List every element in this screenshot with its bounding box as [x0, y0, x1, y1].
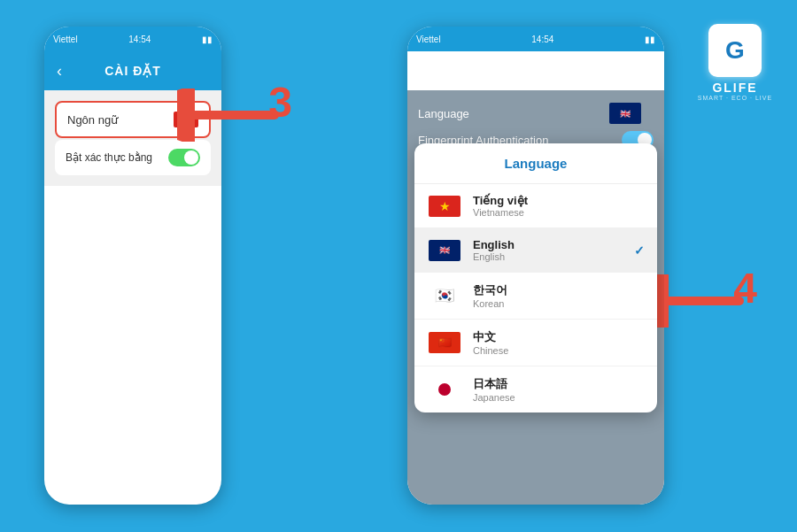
lang-option-ja[interactable]: 日本語 Japanese — [414, 366, 657, 412]
lang-text-en: English English — [473, 238, 515, 262]
lang-option-en[interactable]: 🇬🇧 English English ✓ — [414, 228, 657, 273]
left-header-title: CÀI ĐẶT — [104, 64, 161, 78]
arrow-3-container: 3 — [177, 89, 283, 145]
right-time: 14:54 — [531, 35, 553, 44]
fingerprint-toggle[interactable] — [168, 149, 200, 166]
right-battery: ▮▮ — [645, 35, 655, 44]
lang-option-zh[interactable]: 🇨🇳 中文 Chinese — [414, 320, 657, 366]
lang-option-ko[interactable]: 🇰🇷 한국어 Korean — [414, 273, 657, 320]
right-content: Language 🇬🇧 Fingerprint Authentication L… — [407, 90, 664, 505]
step4-label: 4 — [733, 267, 757, 310]
fingerprint-row[interactable]: Bật xác thực bằng — [55, 140, 211, 175]
setting-language-label: Language — [418, 107, 469, 120]
right-status-bar: Viettel 14:54 ▮▮ — [407, 27, 664, 51]
lang-option-vi[interactable]: Tiếng việt Vietnamese — [414, 184, 657, 228]
left-time: 14:54 — [128, 35, 151, 44]
lang-text-vi: Tiếng việt Vietnamese — [473, 194, 528, 218]
left-status-bar: Viettel 14:54 ▮▮ — [44, 27, 221, 51]
arrow-4-container: 4 — [651, 274, 748, 331]
right-phone: Viettel 14:54 ▮▮ ‹ SETTING Language 🇬🇧 F… — [407, 27, 664, 505]
step3-label: 3 — [268, 81, 292, 124]
arrow-3-svg — [177, 89, 283, 142]
selected-checkmark: ✓ — [634, 243, 645, 258]
flag-cn: 🇨🇳 — [429, 332, 460, 353]
uk-flag-icon: 🇬🇧 — [609, 103, 641, 124]
flag-jp — [429, 379, 460, 400]
glife-g-letter: G — [725, 36, 745, 65]
glife-logo: G GLIFE SMART · ECO · LIVE — [691, 18, 779, 106]
modal-title: Language — [414, 143, 657, 184]
fingerprint-label: Bật xác thực bằng — [66, 151, 152, 164]
lang-text-ko: 한국어 Korean — [473, 282, 507, 309]
left-battery: ▮▮ — [202, 35, 213, 44]
language-label: Ngôn ngữ — [67, 113, 118, 127]
lang-text-ja: 日本語 Japanese — [473, 376, 515, 403]
flag-kr: 🇰🇷 — [429, 285, 460, 306]
glife-brand-name: GLIFE — [712, 81, 757, 95]
left-back-arrow[interactable]: ‹ — [57, 62, 62, 81]
flag-vn — [429, 196, 460, 217]
flag-uk: 🇬🇧 — [429, 240, 460, 261]
right-carrier: Viettel — [416, 35, 441, 44]
left-header: ‹ CÀI ĐẶT — [44, 51, 221, 90]
lang-text-zh: 中文 Chinese — [473, 329, 508, 356]
setting-language-row: Language 🇬🇧 — [418, 103, 654, 124]
language-modal: Language Tiếng việt Vietnamese 🇬🇧 Englis… — [414, 143, 657, 412]
glife-tagline: SMART · ECO · LIVE — [698, 95, 772, 101]
glife-diamond-shape: G — [708, 24, 762, 77]
left-carrier: Viettel — [53, 35, 78, 44]
